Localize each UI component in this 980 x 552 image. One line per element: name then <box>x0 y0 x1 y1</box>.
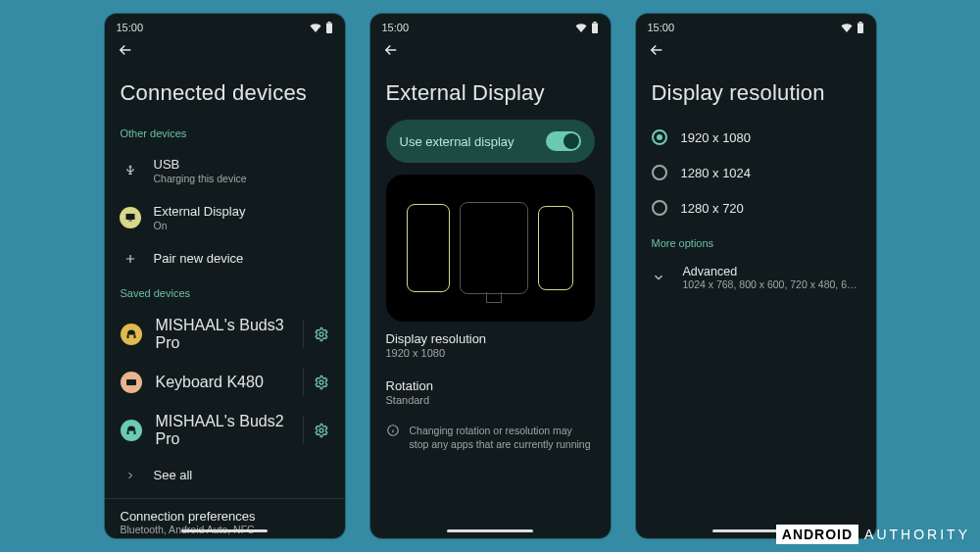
svg-rect-4 <box>126 335 128 339</box>
status-bar: 15:00 <box>105 14 345 35</box>
rot-sub: Standard <box>386 394 595 406</box>
status-time: 15:00 <box>117 22 144 33</box>
wifi-icon <box>310 23 321 32</box>
device-name: MISHAAL's Buds2 Pro <box>156 413 297 448</box>
battery-icon <box>591 22 599 33</box>
status-time: 15:00 <box>382 22 410 33</box>
row-ext-title: External Display <box>154 204 329 219</box>
phone-display-resolution: 15:00 Display resolution 1920 x 10801280… <box>636 14 876 538</box>
section-more-options: More options <box>652 229 860 257</box>
row-usb-title: USB <box>154 157 329 172</box>
phone-external-display: 15:00 External Display Use external disp… <box>370 14 611 538</box>
svg-rect-16 <box>858 24 863 34</box>
see-all-label: See all <box>154 468 329 482</box>
svg-rect-9 <box>126 431 128 435</box>
gear-icon[interactable] <box>314 326 329 342</box>
saved-device-row[interactable]: MISHAAL's Buds2 Pro <box>121 403 329 458</box>
saved-device-row[interactable]: Keyboard K480 <box>121 362 329 403</box>
resolution-option[interactable]: 1920 x 1080 <box>652 120 860 155</box>
svg-rect-7 <box>126 379 136 385</box>
note: Changing rotation or resolution may stop… <box>386 416 595 451</box>
row-external-display[interactable]: External Display On <box>121 194 329 241</box>
page-title: Display resolution <box>636 59 876 120</box>
watermark: ANDROID AUTHORITY <box>776 525 970 544</box>
saved-device-row[interactable]: MISHAAL's Buds3 Pro <box>121 307 329 362</box>
switch-on[interactable] <box>546 131 581 151</box>
phone-connected-devices: 15:00 Connected devices Other devices US… <box>105 14 345 538</box>
row-pair-title: Pair new device <box>154 251 329 266</box>
row-usb-sub: Charging this device <box>154 173 329 184</box>
status-icons <box>841 22 864 33</box>
svg-rect-13 <box>592 24 598 34</box>
row-advanced[interactable]: Advanced 1024 x 768, 800 x 600, 720 x 48… <box>652 257 860 298</box>
status-bar: 15:00 <box>636 14 876 35</box>
rot-title: Rotation <box>386 378 595 393</box>
device-name: MISHAAL's Buds3 Pro <box>156 317 297 352</box>
note-text: Changing rotation or resolution may stop… <box>410 424 595 451</box>
battery-icon <box>325 22 333 33</box>
status-icons <box>310 22 333 33</box>
section-saved-devices: Saved devices <box>121 279 329 307</box>
watermark-text: AUTHORITY <box>864 527 970 542</box>
svg-rect-0 <box>326 24 332 34</box>
svg-point-6 <box>319 332 323 336</box>
resolution-label: 1280 x 1024 <box>681 166 752 180</box>
row-display-resolution[interactable]: Display resolution 1920 x 1080 <box>386 322 595 369</box>
advanced-sub: 1024 x 768, 800 x 600, 720 x 480, 640 x.… <box>683 278 859 290</box>
svg-rect-14 <box>593 22 596 24</box>
svg-rect-17 <box>858 22 861 24</box>
svg-point-8 <box>319 380 323 384</box>
resolution-label: 1920 x 1080 <box>681 130 752 145</box>
back-button[interactable] <box>636 35 876 59</box>
info-icon <box>386 424 400 451</box>
back-button[interactable] <box>105 35 345 59</box>
row-see-all[interactable]: See all <box>121 458 329 492</box>
radio-icon <box>652 129 667 145</box>
svg-rect-1 <box>327 22 330 24</box>
toggle-use-external-display[interactable]: Use external display <box>386 120 595 163</box>
res-sub: 1920 x 1080 <box>386 347 595 359</box>
chevron-right-icon <box>121 470 140 481</box>
gear-icon[interactable] <box>314 423 329 438</box>
wifi-icon <box>575 23 587 32</box>
gesture-handle[interactable] <box>181 529 268 532</box>
page-title: External Display <box>370 59 611 120</box>
battery-icon <box>857 22 864 33</box>
resolution-option[interactable]: 1280 x 720 <box>652 190 860 226</box>
watermark-box: ANDROID <box>776 525 858 544</box>
illustration-displays <box>386 175 595 322</box>
prefs-title: Connection preferences <box>121 509 329 524</box>
back-button[interactable] <box>370 35 611 59</box>
plus-icon <box>121 252 140 266</box>
device-avatar-icon <box>121 372 142 393</box>
res-title: Display resolution <box>386 331 595 346</box>
section-other-devices: Other devices <box>121 120 329 147</box>
device-avatar-icon <box>121 324 142 345</box>
status-bar: 15:00 <box>370 14 611 35</box>
gear-icon[interactable] <box>314 375 329 390</box>
device-name: Keyboard K480 <box>156 374 264 391</box>
resolution-label: 1280 x 720 <box>681 201 744 216</box>
row-usb[interactable]: USB Charging this device <box>121 147 329 194</box>
page-title: Connected devices <box>105 59 345 120</box>
row-ext-sub: On <box>154 220 329 231</box>
svg-point-11 <box>319 428 323 432</box>
monitor-icon <box>121 207 140 228</box>
svg-rect-3 <box>128 221 131 222</box>
svg-rect-5 <box>133 335 135 339</box>
radio-icon <box>652 200 667 216</box>
row-pair-new[interactable]: Pair new device <box>121 241 329 276</box>
usb-icon <box>121 164 140 177</box>
wifi-icon <box>841 23 853 32</box>
radio-icon <box>652 165 667 180</box>
status-time: 15:00 <box>648 22 675 33</box>
row-rotation[interactable]: Rotation Standard <box>386 369 595 416</box>
svg-rect-2 <box>125 214 134 220</box>
toggle-label: Use external display <box>400 134 514 149</box>
device-avatar-icon <box>121 420 142 441</box>
svg-rect-10 <box>133 431 135 435</box>
chevron-down-icon <box>652 271 669 284</box>
advanced-title: Advanced <box>683 265 859 278</box>
gesture-handle[interactable] <box>447 529 533 532</box>
resolution-option[interactable]: 1280 x 1024 <box>652 155 860 190</box>
